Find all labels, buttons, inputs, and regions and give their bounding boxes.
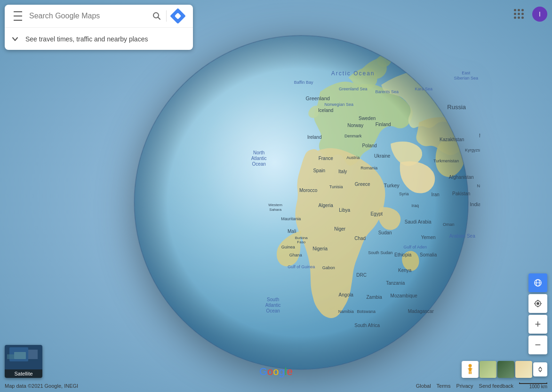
svg-text:Algeria: Algeria — [318, 203, 333, 208]
svg-line-98 — [158, 17, 160, 20]
map-layer-thumb[interactable] — [515, 361, 532, 378]
svg-text:Ocean: Ocean — [266, 308, 280, 313]
svg-text:South Sudan: South Sudan — [368, 250, 392, 255]
menu-button[interactable] — [8, 7, 27, 25]
svg-text:Pakistan: Pakistan — [452, 191, 470, 196]
search-bar — [5, 5, 193, 27]
svg-text:Poland: Poland — [362, 143, 376, 148]
svg-text:Atlantic: Atlantic — [265, 303, 280, 308]
svg-point-5 — [134, 35, 468, 369]
svg-text:Iceland: Iceland — [318, 108, 333, 113]
svg-text:Romania: Romania — [360, 166, 377, 170]
svg-text:South Africa: South Africa — [354, 323, 380, 328]
svg-text:Ethiopia: Ethiopia — [394, 252, 412, 257]
svg-text:Kenya: Kenya — [398, 268, 412, 273]
svg-text:Madagascar: Madagascar — [408, 309, 434, 314]
terms-link[interactable]: Terms — [437, 383, 451, 389]
feedback-link[interactable]: Send feedback — [479, 383, 513, 389]
satellite-layer-thumb[interactable] — [497, 361, 514, 378]
svg-text:Spain: Spain — [313, 168, 325, 173]
svg-text:Greenland: Greenland — [305, 96, 329, 101]
satellite-thumbnail[interactable]: Satellite — [5, 345, 42, 378]
svg-text:North: North — [253, 150, 264, 155]
globe: Arctic Ocean East Siberian Sea Baffin Ba… — [122, 24, 480, 383]
svg-text:Gulf of Guinea: Gulf of Guinea — [288, 264, 315, 269]
svg-text:Ireland: Ireland — [307, 135, 321, 140]
svg-text:Sweden: Sweden — [359, 116, 376, 121]
svg-text:Western: Western — [268, 203, 282, 207]
map-controls: + − — [528, 273, 547, 354]
svg-text:Gabon: Gabon — [322, 265, 335, 270]
svg-text:Somalia: Somalia — [420, 252, 437, 257]
svg-text:Mozambique: Mozambique — [390, 293, 417, 298]
svg-text:France: France — [318, 156, 333, 161]
svg-rect-111 — [471, 371, 472, 374]
grid-icon — [514, 9, 524, 19]
svg-text:Finland: Finland — [375, 122, 391, 127]
svg-text:Nepal: Nepal — [477, 184, 480, 188]
svg-text:Kara Sea: Kara Sea — [415, 87, 432, 91]
svg-text:South: South — [267, 297, 279, 302]
location-button[interactable] — [528, 294, 547, 313]
pegman-button[interactable] — [462, 361, 479, 378]
zoom-out-button[interactable]: − — [528, 336, 547, 354]
svg-point-102 — [536, 302, 539, 305]
svg-text:Denmark: Denmark — [344, 134, 361, 138]
user-avatar[interactable]: I — [532, 7, 547, 22]
google-apps-button[interactable] — [510, 5, 528, 24]
svg-text:Turkey: Turkey — [384, 183, 400, 188]
svg-text:Gulf of Aden: Gulf of Aden — [403, 245, 427, 249]
svg-text:Kyrgyzstan: Kyrgyzstan — [464, 148, 480, 152]
svg-text:Baffin Bay: Baffin Bay — [294, 80, 313, 85]
svg-text:Barents Sea: Barents Sea — [375, 89, 399, 94]
privacy-link[interactable]: Privacy — [456, 383, 473, 389]
scale-bar: 1000 km — [519, 383, 547, 389]
svg-text:Mali: Mali — [288, 229, 296, 234]
svg-rect-112 — [468, 368, 469, 369]
svg-text:Afghanistan: Afghanistan — [448, 175, 473, 180]
search-input[interactable] — [29, 12, 145, 20]
global-link[interactable]: Global — [416, 383, 431, 389]
map-background: Arctic Ocean East Siberian Sea Baffin Ba… — [0, 0, 552, 392]
svg-text:Greece: Greece — [354, 182, 370, 187]
globe-view-button[interactable] — [528, 273, 547, 292]
search-panel: See travel times, traffic and nearby pla… — [5, 5, 193, 50]
svg-text:Nigeria: Nigeria — [312, 246, 328, 251]
svg-text:Ukraine: Ukraine — [374, 153, 390, 159]
svg-text:Italy: Italy — [338, 169, 347, 174]
svg-text:Saudi Arabia: Saudi Arabia — [404, 219, 431, 224]
satellite-label: Satellite — [5, 369, 42, 378]
svg-text:Syria: Syria — [399, 192, 408, 196]
scale-text: 1000 km — [529, 384, 547, 389]
zoom-in-button[interactable]: + — [528, 315, 547, 334]
svg-text:Guinea: Guinea — [281, 245, 295, 249]
svg-text:Yemen: Yemen — [421, 235, 435, 240]
chevron-down-icon — [10, 34, 20, 44]
search-input-wrapper — [27, 12, 147, 20]
svg-text:Kazakhstan: Kazakhstan — [440, 137, 464, 142]
svg-text:Mongolia: Mongolia — [479, 133, 480, 138]
svg-text:Niger: Niger — [334, 226, 346, 232]
svg-text:Iraq: Iraq — [411, 203, 419, 208]
svg-text:Atlantic: Atlantic — [251, 156, 266, 161]
svg-text:Norway: Norway — [347, 123, 363, 128]
travel-times-bar[interactable]: See travel times, traffic and nearby pla… — [5, 27, 193, 50]
svg-text:Tunisia: Tunisia — [329, 184, 343, 189]
google-logo: Google — [259, 366, 293, 378]
maps-logo-button[interactable] — [167, 5, 189, 27]
terrain-layer-thumb[interactable] — [480, 361, 496, 378]
svg-text:Libya: Libya — [339, 208, 350, 213]
footer-bar: Map data ©2021 Google, INEGI Global Term… — [0, 380, 552, 392]
svg-point-108 — [469, 364, 472, 368]
svg-text:Sahara: Sahara — [269, 208, 281, 212]
svg-text:Siberian Sea: Siberian Sea — [454, 76, 478, 80]
svg-text:Sudan: Sudan — [378, 230, 392, 235]
svg-text:Egypt: Egypt — [370, 211, 383, 216]
search-button[interactable] — [147, 7, 166, 25]
svg-text:Ocean: Ocean — [252, 161, 265, 167]
svg-text:Faso: Faso — [297, 240, 305, 244]
footer-links: Global Terms Privacy Send feedback 1000 … — [416, 383, 547, 389]
svg-text:Morocco: Morocco — [299, 188, 318, 193]
svg-text:East: East — [462, 71, 471, 75]
expand-layers-button[interactable] — [533, 362, 547, 376]
